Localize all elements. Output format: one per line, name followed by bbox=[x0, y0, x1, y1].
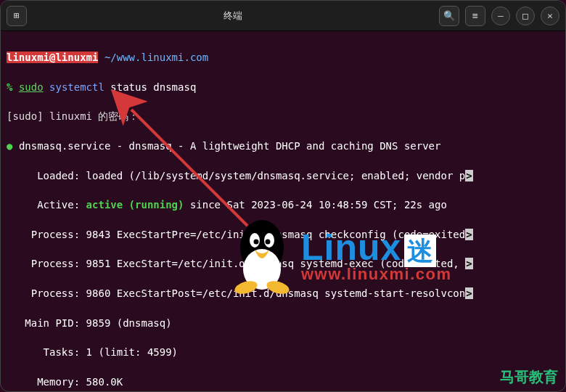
truncation-indicator: > bbox=[465, 287, 472, 299]
memory-value: 580.0K bbox=[86, 376, 123, 388]
process-label-3: Process: bbox=[31, 287, 80, 299]
mainpid-value: 9859 (dnsmasq) bbox=[86, 317, 172, 329]
menu-icon[interactable]: ≡ bbox=[465, 6, 485, 26]
prompt-user: linuxmi@linuxmi bbox=[7, 52, 98, 63]
corner-brand: 马哥教育 bbox=[500, 367, 558, 387]
window-title: 终端 bbox=[27, 9, 439, 23]
process-label-2: Process: bbox=[31, 258, 80, 269]
cmd-sudo: sudo bbox=[19, 81, 44, 93]
memory-label: Memory: bbox=[37, 376, 80, 388]
loaded-label: Loaded: bbox=[37, 170, 80, 181]
titlebar: ⊞ 终端 🔍 ≡ – □ × bbox=[1, 1, 565, 31]
cmd-args: status dnsmasq bbox=[110, 81, 196, 93]
maximize-button[interactable]: □ bbox=[516, 7, 535, 25]
truncation-indicator: > bbox=[465, 170, 472, 181]
prompt-symbol: % bbox=[7, 81, 12, 93]
service-header: dnsmasq.service - dnsmasq - A lightweigh… bbox=[19, 140, 441, 152]
truncation-indicator: > bbox=[465, 258, 472, 269]
process-value-2: 9851 ExecStart=/etc/init.d/dnsmasq syste… bbox=[86, 258, 466, 269]
prompt-cwd: ~/www.linuxmi.com bbox=[104, 52, 208, 63]
truncation-indicator: > bbox=[465, 229, 472, 240]
cmd-systemctl: systemctl bbox=[49, 81, 104, 93]
search-icon[interactable]: 🔍 bbox=[439, 6, 459, 26]
minimize-button[interactable]: – bbox=[491, 7, 510, 25]
sudo-password-prompt: [sudo] linuxmi 的密码： bbox=[7, 109, 559, 123]
process-value-3: 9860 ExecStartPost=/etc/init.d/dnsmasq s… bbox=[86, 287, 466, 299]
mainpid-label: Main PID: bbox=[25, 317, 80, 329]
active-state: active (running) bbox=[86, 199, 184, 211]
terminal-output[interactable]: linuxmi@linuxmi ~/www.linuxmi.com % sudo… bbox=[1, 31, 565, 392]
active-since: since Sat 2023-06-24 10:48:59 CST; 22s a… bbox=[184, 199, 446, 211]
process-label-1: Process: bbox=[31, 229, 80, 240]
status-bullet-icon: ● bbox=[7, 140, 12, 152]
process-value-1: 9843 ExecStartPre=/etc/init.d/dnsmasq ch… bbox=[86, 229, 466, 240]
tasks-label: Tasks: bbox=[44, 346, 81, 358]
tasks-value: 1 (limit: 4599) bbox=[86, 346, 178, 358]
active-label: Active: bbox=[37, 199, 80, 211]
new-tab-button[interactable]: ⊞ bbox=[7, 6, 27, 26]
close-button[interactable]: × bbox=[541, 7, 559, 25]
loaded-value: loaded (/lib/systemd/system/dnsmasq.serv… bbox=[86, 170, 466, 181]
